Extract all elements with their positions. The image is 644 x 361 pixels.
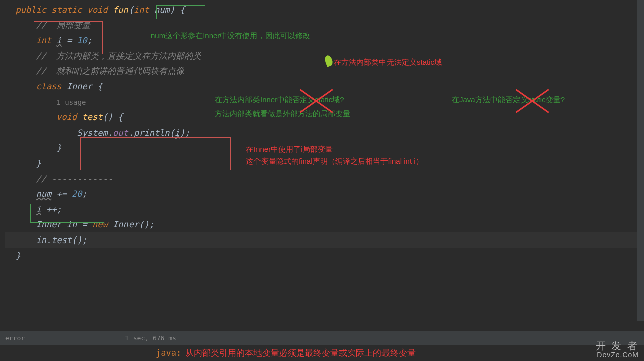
status-timing: 1 sec, 676 ms <box>125 334 176 342</box>
status-error-label: error <box>5 334 25 342</box>
code-line[interactable]: } <box>5 156 644 171</box>
code-editor[interactable]: public static void fun(int num) { // 局部变… <box>0 0 644 263</box>
code-line[interactable]: } <box>5 140 644 156</box>
error-java-label: java: <box>156 348 181 358</box>
code-line[interactable]: } <box>5 248 644 264</box>
code-line[interactable]: // 方法内部类，直接定义在方法内部的类 <box>5 48 644 64</box>
code-line[interactable]: int i = 10; <box>5 33 644 48</box>
code-line-active[interactable]: in.test(); <box>5 232 644 248</box>
watermark: 开 发 者 DevZe.CoM <box>596 340 639 359</box>
code-line[interactable]: // 就和咱之前讲的普通代码块有点像 <box>5 63 644 79</box>
code-line[interactable]: i ++; <box>5 202 644 217</box>
code-line[interactable]: // ------------ <box>5 171 644 187</box>
code-line[interactable]: Inner in = new Inner(); <box>5 217 644 232</box>
code-line[interactable]: class Inner { <box>5 79 644 94</box>
code-line[interactable]: System.out.println(i); <box>5 125 644 141</box>
code-line[interactable]: num += 20; <box>5 186 644 202</box>
code-line[interactable]: void test() { <box>5 109 644 125</box>
status-bar: error 1 sec, 676 ms <box>0 331 644 345</box>
usage-hint[interactable]: 1 usage <box>5 94 644 110</box>
error-output[interactable]: java: 从内部类引用的本地变量必须是最终变量或实际上的最终变量 <box>0 345 644 361</box>
code-line[interactable]: // 局部变量 <box>5 18 644 33</box>
error-message: 从内部类引用的本地变量必须是最终变量或实际上的最终变量 <box>185 347 416 359</box>
scrollbar[interactable] <box>637 0 644 321</box>
code-line[interactable]: public static void fun(int num) { <box>5 2 644 18</box>
